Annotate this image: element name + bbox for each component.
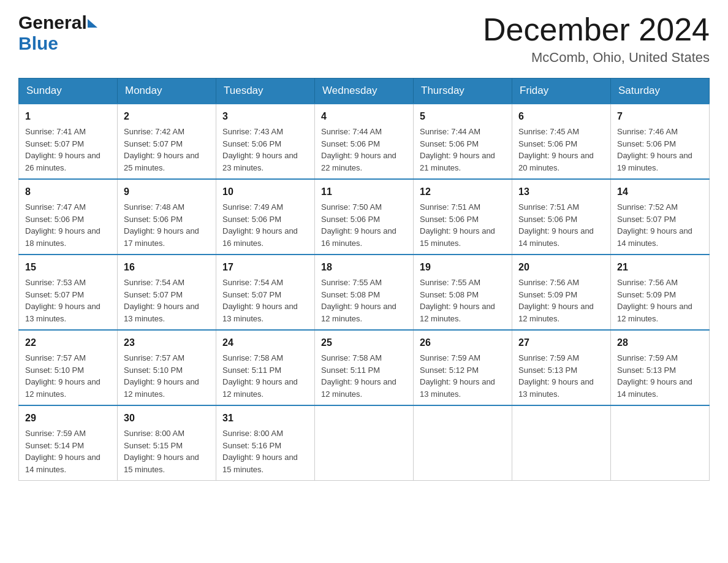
logo-triangle-icon bbox=[88, 19, 97, 28]
day-info: Sunrise: 7:54 AMSunset: 5:07 PMDaylight:… bbox=[124, 277, 210, 324]
weekday-header-wednesday: Wednesday bbox=[315, 79, 414, 104]
day-number: 9 bbox=[124, 185, 210, 199]
calendar-cell: 12Sunrise: 7:51 AMSunset: 5:06 PMDayligh… bbox=[414, 179, 512, 255]
day-number: 14 bbox=[617, 185, 703, 199]
day-info: Sunrise: 7:47 AMSunset: 5:06 PMDaylight:… bbox=[25, 201, 111, 249]
day-number: 20 bbox=[518, 260, 604, 275]
day-number: 30 bbox=[124, 411, 210, 426]
logo-blue: Blue bbox=[18, 33, 58, 53]
day-number: 23 bbox=[124, 335, 210, 350]
calendar-cell: 30Sunrise: 8:00 AMSunset: 5:15 PMDayligh… bbox=[118, 405, 216, 481]
calendar-cell: 1Sunrise: 7:41 AMSunset: 5:07 PMDaylight… bbox=[19, 104, 118, 179]
calendar-cell: 11Sunrise: 7:50 AMSunset: 5:06 PMDayligh… bbox=[315, 179, 414, 255]
calendar-cell: 19Sunrise: 7:55 AMSunset: 5:08 PMDayligh… bbox=[414, 255, 512, 330]
day-number: 10 bbox=[222, 185, 308, 199]
title-area: December 2024 McComb, Ohio, United State… bbox=[483, 12, 710, 66]
day-info: Sunrise: 7:41 AMSunset: 5:07 PMDaylight:… bbox=[25, 126, 111, 174]
day-number: 2 bbox=[124, 109, 210, 124]
day-info: Sunrise: 7:58 AMSunset: 5:11 PMDaylight:… bbox=[222, 352, 308, 400]
calendar-cell: 5Sunrise: 7:44 AMSunset: 5:06 PMDaylight… bbox=[414, 104, 512, 179]
day-number: 25 bbox=[321, 335, 407, 350]
calendar-cell: 16Sunrise: 7:54 AMSunset: 5:07 PMDayligh… bbox=[118, 255, 216, 330]
day-info: Sunrise: 7:42 AMSunset: 5:07 PMDaylight:… bbox=[124, 126, 210, 174]
day-number: 13 bbox=[518, 185, 604, 199]
calendar-cell: 9Sunrise: 7:48 AMSunset: 5:06 PMDaylight… bbox=[118, 179, 216, 255]
day-number: 27 bbox=[518, 335, 604, 350]
calendar-cell bbox=[512, 405, 611, 481]
calendar-cell bbox=[315, 405, 414, 481]
day-info: Sunrise: 7:56 AMSunset: 5:09 PMDaylight:… bbox=[518, 277, 604, 324]
day-info: Sunrise: 7:44 AMSunset: 5:06 PMDaylight:… bbox=[321, 126, 407, 174]
day-number: 3 bbox=[222, 109, 308, 124]
day-number: 11 bbox=[321, 185, 407, 199]
calendar-cell: 24Sunrise: 7:58 AMSunset: 5:11 PMDayligh… bbox=[216, 330, 315, 405]
calendar-cell: 25Sunrise: 7:58 AMSunset: 5:11 PMDayligh… bbox=[315, 330, 414, 405]
day-number: 17 bbox=[222, 260, 308, 275]
day-number: 12 bbox=[420, 185, 506, 199]
day-number: 21 bbox=[617, 260, 703, 275]
day-info: Sunrise: 7:58 AMSunset: 5:11 PMDaylight:… bbox=[321, 352, 407, 400]
calendar-cell: 3Sunrise: 7:43 AMSunset: 5:06 PMDaylight… bbox=[216, 104, 315, 179]
day-number: 7 bbox=[617, 109, 703, 124]
day-number: 8 bbox=[25, 185, 111, 199]
day-number: 5 bbox=[420, 109, 506, 124]
day-info: Sunrise: 7:55 AMSunset: 5:08 PMDaylight:… bbox=[420, 277, 506, 324]
calendar-cell: 15Sunrise: 7:53 AMSunset: 5:07 PMDayligh… bbox=[19, 255, 118, 330]
calendar-cell: 18Sunrise: 7:55 AMSunset: 5:08 PMDayligh… bbox=[315, 255, 414, 330]
day-info: Sunrise: 7:55 AMSunset: 5:08 PMDaylight:… bbox=[321, 277, 407, 324]
calendar-cell: 22Sunrise: 7:57 AMSunset: 5:10 PMDayligh… bbox=[19, 330, 118, 405]
day-info: Sunrise: 7:59 AMSunset: 5:14 PMDaylight:… bbox=[25, 427, 111, 475]
day-number: 16 bbox=[124, 260, 210, 275]
calendar-cell: 29Sunrise: 7:59 AMSunset: 5:14 PMDayligh… bbox=[19, 405, 118, 481]
logo: General Blue bbox=[18, 12, 97, 54]
day-number: 6 bbox=[518, 109, 604, 124]
weekday-header-saturday: Saturday bbox=[611, 79, 710, 104]
weekday-header-sunday: Sunday bbox=[19, 79, 118, 104]
day-number: 1 bbox=[25, 109, 111, 124]
day-info: Sunrise: 7:53 AMSunset: 5:07 PMDaylight:… bbox=[25, 277, 111, 324]
calendar-cell: 27Sunrise: 7:59 AMSunset: 5:13 PMDayligh… bbox=[512, 330, 611, 405]
day-info: Sunrise: 7:51 AMSunset: 5:06 PMDaylight:… bbox=[420, 201, 506, 249]
day-number: 26 bbox=[420, 335, 506, 350]
day-info: Sunrise: 7:43 AMSunset: 5:06 PMDaylight:… bbox=[222, 126, 308, 174]
weekday-header-tuesday: Tuesday bbox=[216, 79, 315, 104]
week-row-2: 8Sunrise: 7:47 AMSunset: 5:06 PMDaylight… bbox=[19, 179, 710, 255]
day-info: Sunrise: 7:46 AMSunset: 5:06 PMDaylight:… bbox=[617, 126, 703, 174]
day-info: Sunrise: 7:57 AMSunset: 5:10 PMDaylight:… bbox=[25, 352, 111, 400]
day-info: Sunrise: 7:44 AMSunset: 5:06 PMDaylight:… bbox=[420, 126, 506, 174]
calendar-cell: 8Sunrise: 7:47 AMSunset: 5:06 PMDaylight… bbox=[19, 179, 118, 255]
day-number: 24 bbox=[222, 335, 308, 350]
day-info: Sunrise: 7:50 AMSunset: 5:06 PMDaylight:… bbox=[321, 201, 407, 249]
day-info: Sunrise: 8:00 AMSunset: 5:15 PMDaylight:… bbox=[124, 427, 210, 475]
calendar-cell: 17Sunrise: 7:54 AMSunset: 5:07 PMDayligh… bbox=[216, 255, 315, 330]
calendar-body: 1Sunrise: 7:41 AMSunset: 5:07 PMDaylight… bbox=[19, 104, 710, 481]
calendar-cell: 28Sunrise: 7:59 AMSunset: 5:13 PMDayligh… bbox=[611, 330, 710, 405]
day-info: Sunrise: 7:59 AMSunset: 5:13 PMDaylight:… bbox=[617, 352, 703, 400]
calendar-cell: 6Sunrise: 7:45 AMSunset: 5:06 PMDaylight… bbox=[512, 104, 611, 179]
day-number: 18 bbox=[321, 260, 407, 275]
day-info: Sunrise: 7:52 AMSunset: 5:07 PMDaylight:… bbox=[617, 201, 703, 249]
page-header: General Blue December 2024 McComb, Ohio,… bbox=[18, 12, 710, 66]
calendar-table: SundayMondayTuesdayWednesdayThursdayFrid… bbox=[18, 78, 710, 481]
calendar-cell: 26Sunrise: 7:59 AMSunset: 5:12 PMDayligh… bbox=[414, 330, 512, 405]
weekday-header-friday: Friday bbox=[512, 79, 611, 104]
calendar-cell bbox=[414, 405, 512, 481]
weekday-header-row: SundayMondayTuesdayWednesdayThursdayFrid… bbox=[19, 79, 710, 104]
location-title: McComb, Ohio, United States bbox=[483, 50, 710, 66]
day-number: 29 bbox=[25, 411, 111, 426]
calendar-cell: 7Sunrise: 7:46 AMSunset: 5:06 PMDaylight… bbox=[611, 104, 710, 179]
day-info: Sunrise: 7:51 AMSunset: 5:06 PMDaylight:… bbox=[518, 201, 604, 249]
day-info: Sunrise: 7:57 AMSunset: 5:10 PMDaylight:… bbox=[124, 352, 210, 400]
week-row-4: 22Sunrise: 7:57 AMSunset: 5:10 PMDayligh… bbox=[19, 330, 710, 405]
day-number: 31 bbox=[222, 411, 308, 426]
day-number: 28 bbox=[617, 335, 703, 350]
calendar-cell: 21Sunrise: 7:56 AMSunset: 5:09 PMDayligh… bbox=[611, 255, 710, 330]
week-row-5: 29Sunrise: 7:59 AMSunset: 5:14 PMDayligh… bbox=[19, 405, 710, 481]
day-info: Sunrise: 7:59 AMSunset: 5:12 PMDaylight:… bbox=[420, 352, 506, 400]
day-info: Sunrise: 7:49 AMSunset: 5:06 PMDaylight:… bbox=[222, 201, 308, 249]
day-info: Sunrise: 7:59 AMSunset: 5:13 PMDaylight:… bbox=[518, 352, 604, 400]
calendar-cell: 10Sunrise: 7:49 AMSunset: 5:06 PMDayligh… bbox=[216, 179, 315, 255]
day-info: Sunrise: 7:48 AMSunset: 5:06 PMDaylight:… bbox=[124, 201, 210, 249]
week-row-1: 1Sunrise: 7:41 AMSunset: 5:07 PMDaylight… bbox=[19, 104, 710, 179]
calendar-cell: 14Sunrise: 7:52 AMSunset: 5:07 PMDayligh… bbox=[611, 179, 710, 255]
